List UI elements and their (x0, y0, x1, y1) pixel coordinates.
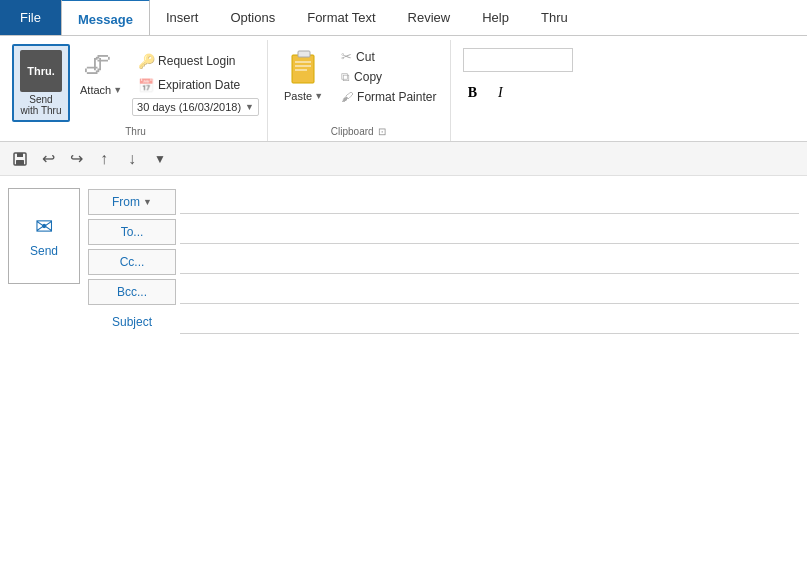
attach-label: Attach (80, 84, 111, 96)
days-dropdown-value: 30 days (16/03/2018) (137, 101, 241, 113)
send-panel[interactable]: ✉ Send (8, 188, 80, 284)
undo-button[interactable]: ↩ (36, 147, 60, 171)
tab-file[interactable]: File (0, 0, 61, 35)
font-search-input[interactable] (463, 48, 573, 72)
to-input[interactable] (180, 220, 799, 244)
ribbon-content: Thru. Sendwith Thru 🖇 Attach ▼ 🔑 (0, 36, 807, 141)
thru-group-items: Thru. Sendwith Thru 🖇 Attach ▼ 🔑 (10, 40, 261, 124)
bcc-input[interactable] (180, 280, 799, 304)
paste-chevron: ▼ (314, 91, 323, 101)
cut-button[interactable]: ✂ Cut (335, 46, 442, 67)
tab-review[interactable]: Review (392, 0, 467, 35)
svg-rect-4 (295, 69, 307, 71)
send-label: Send (30, 244, 58, 258)
tab-message[interactable]: Message (61, 0, 150, 35)
font-group: B I (451, 40, 585, 141)
paste-label: Paste (284, 90, 312, 102)
days-dropdown[interactable]: 30 days (16/03/2018) ▼ (132, 98, 259, 116)
svg-rect-2 (295, 61, 311, 63)
redo-button[interactable]: ↪ (64, 147, 88, 171)
fields-area: From ▼ To... Cc... Bcc... Subject (88, 188, 799, 336)
bcc-row: Bcc... (88, 278, 799, 306)
clipboard-group-label: Clipboard ⊡ (274, 124, 444, 141)
from-row: From ▼ (88, 188, 799, 216)
svg-rect-3 (295, 65, 311, 67)
thru-group: Thru. Sendwith Thru 🖇 Attach ▼ 🔑 (4, 40, 268, 141)
tab-thru[interactable]: Thru (525, 0, 584, 35)
to-row: To... (88, 218, 799, 246)
subject-label: Subject (88, 315, 176, 329)
dropdown-chevron: ▼ (245, 102, 254, 112)
font-group-items: B I (457, 40, 579, 141)
paste-button[interactable]: Paste ▼ (276, 44, 331, 106)
save-button[interactable] (8, 147, 32, 171)
compose-area: ✉ Send From ▼ To... Cc... Bcc... (0, 176, 807, 344)
tab-insert[interactable]: Insert (150, 0, 215, 35)
bold-button[interactable]: B (459, 80, 485, 106)
quick-access-bar: ↩ ↪ ↑ ↓ ▼ (0, 142, 807, 176)
more-button[interactable]: ▼ (148, 147, 172, 171)
to-button[interactable]: To... (88, 219, 176, 245)
down-button[interactable]: ↓ (120, 147, 144, 171)
send-with-thru-label: Sendwith Thru (21, 94, 62, 116)
paint-icon: 🖌 (341, 90, 353, 104)
tab-format-text[interactable]: Format Text (291, 0, 391, 35)
paste-icon (285, 48, 323, 90)
tab-help[interactable]: Help (466, 0, 525, 35)
clipboard-group: Paste ▼ ✂ Cut ⧉ Copy 🖌 (268, 40, 451, 141)
attach-button[interactable]: 🖇 Attach ▼ (74, 44, 128, 100)
bcc-button[interactable]: Bcc... (88, 279, 176, 305)
font-format-buttons: B I (459, 80, 513, 106)
thru-icon: Thru. (20, 50, 62, 92)
copy-button[interactable]: ⧉ Copy (335, 67, 442, 87)
save-icon (12, 151, 28, 167)
cc-button[interactable]: Cc... (88, 249, 176, 275)
svg-rect-1 (298, 51, 310, 57)
send-icon: ✉ (35, 214, 53, 240)
format-painter-button[interactable]: 🖌 Format Painter (335, 87, 442, 107)
from-button[interactable]: From ▼ (88, 189, 176, 215)
calendar-icon: 📅 (138, 77, 154, 93)
key-icon: 🔑 (138, 53, 154, 69)
attach-chevron: ▼ (113, 85, 122, 95)
clipboard-smalls: ✂ Cut ⧉ Copy 🖌 Format Painter (335, 44, 442, 109)
svg-rect-7 (16, 160, 24, 165)
send-with-thru-button[interactable]: Thru. Sendwith Thru (12, 44, 70, 122)
thru-group-label: Thru (10, 124, 261, 141)
ribbon: File Message Insert Options Format Text … (0, 0, 807, 142)
from-chevron: ▼ (143, 197, 152, 207)
subject-row: Subject (88, 308, 799, 336)
up-button[interactable]: ↑ (92, 147, 116, 171)
cc-row: Cc... (88, 248, 799, 276)
clipboard-group-items: Paste ▼ ✂ Cut ⧉ Copy 🖌 (274, 40, 444, 124)
thru-logo: Thru. (20, 50, 62, 92)
expiration-date-button[interactable]: 📅 Expiration Date (132, 74, 259, 96)
thru-small-actions: 🔑 Request Login 📅 Expiration Date 30 day… (132, 44, 259, 116)
request-login-button[interactable]: 🔑 Request Login (132, 50, 259, 72)
clipboard-expand-icon[interactable]: ⊡ (376, 126, 388, 137)
svg-rect-6 (17, 153, 23, 157)
copy-icon: ⧉ (341, 70, 350, 84)
subject-input[interactable] (180, 310, 799, 334)
cc-input[interactable] (180, 250, 799, 274)
tab-bar: File Message Insert Options Format Text … (0, 0, 807, 36)
from-input[interactable] (180, 190, 799, 214)
attach-icon: 🖇 (83, 48, 119, 84)
italic-button[interactable]: I (487, 80, 513, 106)
scissors-icon: ✂ (341, 49, 352, 64)
tab-options[interactable]: Options (214, 0, 291, 35)
